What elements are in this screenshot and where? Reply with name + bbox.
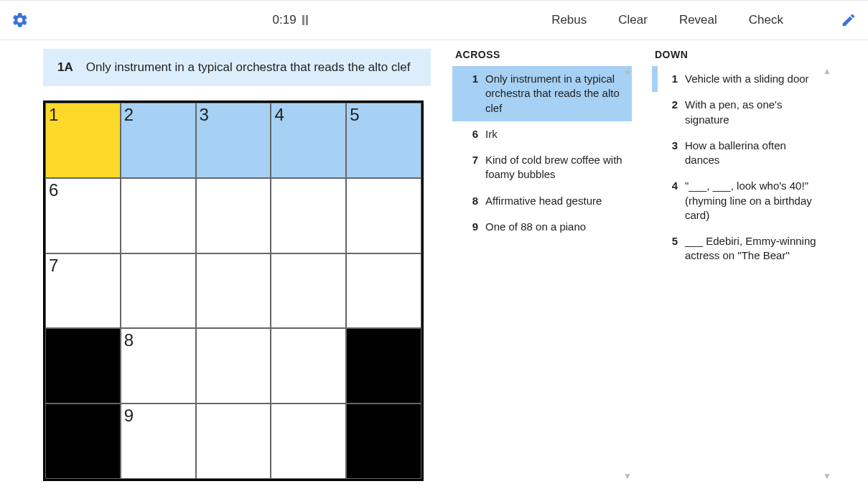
grid-cell[interactable]: 5 (346, 103, 421, 178)
pause-icon[interactable] (302, 15, 308, 25)
grid-cell (346, 328, 421, 404)
cell-number: 5 (350, 105, 359, 125)
clue-text: Only instrument in a typical orchestra t… (485, 72, 623, 116)
grid-cell[interactable] (121, 253, 196, 329)
clue-number: 6 (465, 127, 478, 141)
timer-text: 0:19 (273, 13, 297, 27)
clue-number: 9 (465, 220, 478, 234)
grid-cell[interactable] (196, 328, 271, 404)
across-column: ACROSS ▲ 1Only instrument in a typical o… (452, 49, 632, 481)
current-clue-bar[interactable]: 1A Only instrument in a typical orchestr… (43, 49, 431, 86)
crossword-grid: 123456789 (43, 101, 424, 481)
grid-cell[interactable]: 7 (45, 253, 121, 329)
grid-cell[interactable] (121, 178, 196, 253)
clue-text: Kind of cold brew coffee with foamy bubb… (485, 153, 623, 182)
grid-cell[interactable]: 3 (196, 103, 271, 178)
down-heading: DOWN (652, 49, 831, 60)
pencil-icon[interactable] (841, 12, 857, 28)
current-clue-text: Only instrument in a typical orchestra t… (86, 60, 411, 75)
grid-cell[interactable] (196, 178, 271, 253)
down-column: DOWN ▲ 1Vehicle with a sliding door2With… (652, 49, 831, 481)
clue-number: 8 (465, 194, 478, 208)
cell-number: 7 (49, 256, 58, 276)
cell-number: 8 (124, 330, 134, 350)
clue-text: "___, ___, look who's 40!" (rhyming line… (685, 179, 823, 223)
grid-cell[interactable] (271, 328, 346, 404)
clear-button[interactable]: Clear (618, 13, 648, 27)
clue-text: Vehicle with a sliding door (685, 72, 809, 86)
down-list-wrap: ▲ 1Vehicle with a sliding door2With a pe… (652, 66, 831, 481)
grid-cell (45, 328, 121, 404)
clue-item[interactable]: 9One of 88 on a piano (452, 214, 632, 240)
clue-item[interactable]: 8Affirmative head gesture (452, 188, 632, 214)
grid-cell[interactable] (271, 404, 346, 479)
clue-item[interactable]: 4"___, ___, look who's 40!" (rhyming lin… (652, 173, 831, 228)
grid-cell[interactable] (271, 253, 346, 329)
clue-number: 7 (465, 153, 478, 182)
clue-columns: ACROSS ▲ 1Only instrument in a typical o… (452, 49, 854, 481)
reveal-button[interactable]: Reveal (679, 13, 717, 27)
down-clue-list: 1Vehicle with a sliding door2With a pen,… (652, 66, 831, 481)
clue-number: 2 (665, 98, 678, 127)
puzzle-column: 1A Only instrument in a typical orchestr… (43, 49, 431, 481)
grid-cell[interactable]: 9 (121, 404, 196, 479)
clue-text: Affirmative head gesture (485, 194, 602, 208)
grid-cell[interactable] (196, 253, 271, 329)
clue-number: 4 (665, 179, 678, 223)
main-area: 1A Only instrument in a typical orchestr… (0, 40, 868, 490)
grid-cell[interactable] (346, 253, 421, 329)
across-list-wrap: ▲ 1Only instrument in a typical orchestr… (452, 66, 632, 481)
cell-number: 6 (49, 180, 58, 200)
rebus-button[interactable]: Rebus (551, 13, 587, 27)
grid-cell[interactable] (196, 404, 271, 479)
clue-number: 1 (465, 72, 478, 116)
settings-icon[interactable] (11, 11, 29, 29)
grid-cell[interactable]: 2 (121, 103, 196, 178)
cell-number: 2 (124, 105, 134, 125)
grid-cell (45, 404, 121, 479)
cell-number: 3 (200, 105, 209, 125)
clue-item[interactable]: 3How a ballerina often dances (652, 133, 831, 174)
timer-area: 0:19 (29, 13, 551, 27)
cell-number: 9 (124, 406, 134, 426)
grid-cell[interactable] (271, 178, 346, 253)
clue-item[interactable]: 2With a pen, as one's signature (652, 92, 831, 133)
scroll-up-icon[interactable]: ▲ (820, 66, 834, 76)
clue-text: Irk (485, 127, 498, 141)
toolbar: 0:19 Rebus Clear Reveal Check (0, 0, 868, 40)
clue-number: 5 (665, 234, 678, 264)
scroll-down-icon[interactable]: ▼ (620, 471, 635, 481)
clue-text: How a ballerina often dances (685, 139, 823, 168)
clue-item[interactable]: 1Vehicle with a sliding door (652, 66, 831, 92)
check-button[interactable]: Check (749, 13, 783, 27)
cell-number: 1 (49, 105, 58, 125)
cell-number: 4 (274, 105, 284, 125)
clue-item[interactable]: 5___ Edebiri, Emmy-winning actress on "T… (652, 228, 831, 269)
clue-item[interactable]: 1Only instrument in a typical orchestra … (452, 66, 632, 121)
grid-cell[interactable]: 1 (45, 103, 121, 178)
scroll-down-icon[interactable]: ▼ (820, 471, 834, 481)
toolbar-actions: Rebus Clear Reveal Check (551, 12, 857, 28)
current-clue-label: 1A (57, 60, 73, 75)
clue-text: ___ Edebiri, Emmy-winning actress on "Th… (685, 234, 823, 264)
clue-text: One of 88 on a piano (485, 220, 586, 234)
across-heading: ACROSS (452, 49, 632, 60)
clue-item[interactable]: 6Irk (452, 121, 632, 147)
grid-cell[interactable] (346, 178, 421, 253)
across-clue-list: 1Only instrument in a typical orchestra … (452, 66, 632, 481)
grid-cell[interactable]: 6 (45, 178, 121, 253)
grid-cell (346, 404, 421, 479)
clue-number: 3 (665, 139, 678, 168)
grid-cell[interactable]: 4 (271, 103, 346, 178)
clue-text: With a pen, as one's signature (685, 98, 823, 127)
clue-item[interactable]: 7Kind of cold brew coffee with foamy bub… (452, 147, 632, 188)
scroll-up-icon[interactable]: ▲ (620, 66, 635, 76)
clue-number: 1 (665, 72, 678, 86)
grid-cell[interactable]: 8 (121, 328, 196, 404)
